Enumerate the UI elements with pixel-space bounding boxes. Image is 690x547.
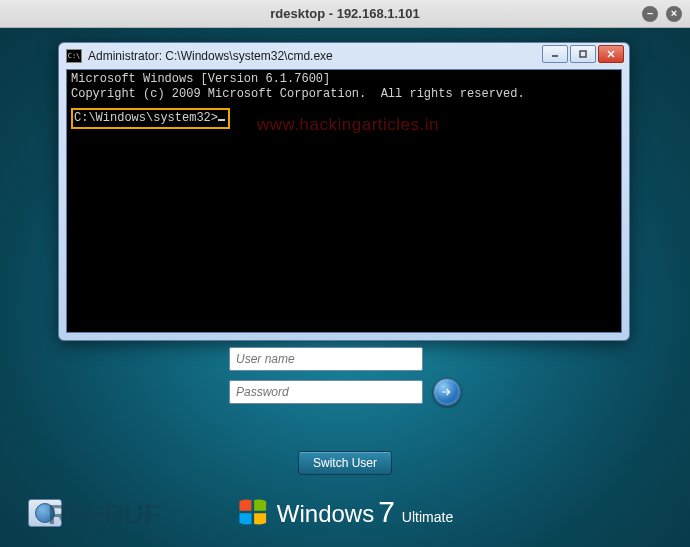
arrow-right-icon: [440, 385, 454, 399]
windows-branding-text: Windows7 Ultimate: [277, 495, 453, 529]
cmd-close-button[interactable]: [598, 45, 624, 63]
password-row: [229, 378, 461, 406]
brand-edition: Ultimate: [402, 509, 453, 525]
minimize-icon[interactable]: –: [642, 6, 658, 22]
rdesktop-session: C:\ Administrator: C:\Windows\system32\c…: [0, 28, 690, 547]
cmd-app-icon: C:\: [66, 49, 82, 63]
cmd-prompt-highlight: C:\Windows\system32>: [71, 108, 230, 129]
watermark-text: www.hackingarticles.in: [257, 114, 439, 135]
gnome-window-controls: – ×: [642, 6, 682, 22]
close-icon[interactable]: ×: [666, 6, 682, 22]
password-input[interactable]: [229, 380, 423, 404]
cmd-output-line: Microsoft Windows [Version 6.1.7600]: [71, 72, 330, 86]
switch-user-container: Switch User: [298, 451, 392, 475]
switch-user-button[interactable]: Switch User: [298, 451, 392, 475]
page-watermark: REEBUF: [48, 499, 160, 531]
cmd-window: C:\ Administrator: C:\Windows\system32\c…: [58, 42, 630, 341]
svg-rect-1: [580, 51, 586, 57]
cmd-cursor: [218, 119, 225, 121]
brand-windows: Windows: [277, 500, 374, 528]
cmd-window-controls: [542, 45, 624, 63]
login-form: [0, 347, 690, 406]
cmd-maximize-button[interactable]: [570, 45, 596, 63]
cmd-output-line: Copyright (c) 2009 Microsoft Corporation…: [71, 87, 525, 101]
cmd-prompt: C:\Windows\system32>: [74, 111, 218, 125]
gnome-titlebar: rdesktop - 192.168.1.101 – ×: [0, 0, 690, 28]
brand-seven: 7: [378, 495, 395, 529]
login-submit-button[interactable]: [433, 378, 461, 406]
cmd-terminal-body[interactable]: Microsoft Windows [Version 6.1.7600] Cop…: [66, 69, 622, 333]
cmd-window-title: Administrator: C:\Windows\system32\cmd.e…: [88, 49, 333, 63]
cmd-titlebar[interactable]: C:\ Administrator: C:\Windows\system32\c…: [66, 43, 622, 69]
gnome-window-title: rdesktop - 192.168.1.101: [270, 6, 420, 21]
windows-logo-icon: [237, 496, 269, 528]
username-input[interactable]: [229, 347, 423, 371]
username-row: [229, 347, 461, 371]
cmd-minimize-button[interactable]: [542, 45, 568, 63]
windows-branding: Windows7 Ultimate: [237, 495, 453, 529]
